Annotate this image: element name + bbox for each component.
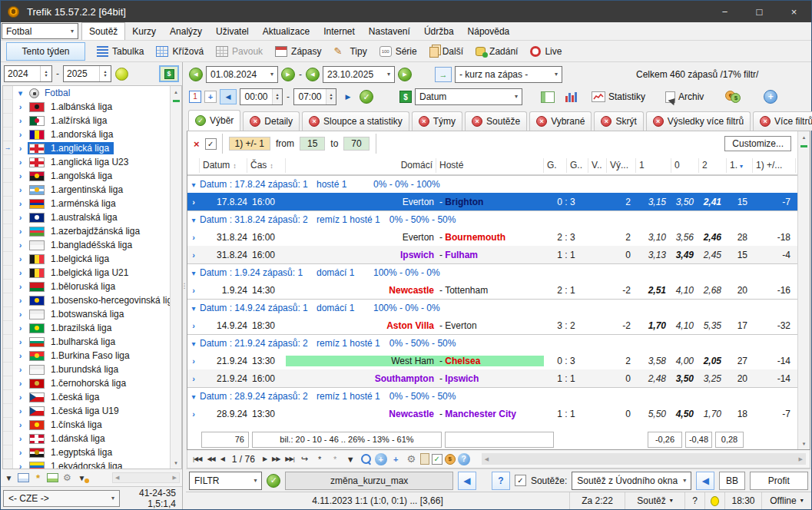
scroll-left-icon[interactable]: ◀ xyxy=(485,456,489,462)
scroll-up-icon[interactable]: ▴ xyxy=(798,131,810,143)
tab-detaily[interactable]: ×Detaily xyxy=(243,111,300,131)
remove-condition-icon[interactable]: × xyxy=(194,138,200,150)
tab-tymy[interactable]: ×Týmy xyxy=(412,111,462,131)
toolbar-tabulka-button[interactable]: Tabulka xyxy=(97,46,144,57)
chevron-right-icon[interactable]: › xyxy=(13,227,28,236)
menu-tab-soutez[interactable]: Soutěž xyxy=(81,22,125,40)
filter-help-button[interactable]: ? xyxy=(492,472,510,490)
this-week-button[interactable]: Tento týden xyxy=(6,42,85,61)
sidebar-item-1-andorska-liga[interactable]: ›1.andorská liga xyxy=(3,128,170,141)
time-end-icon[interactable]: ▶ xyxy=(340,89,356,104)
sidebar-item-1-brazilska-liga[interactable]: ›1.brazilská liga xyxy=(3,321,170,335)
league-item[interactable]: 1.botswanská liga xyxy=(28,308,128,320)
chevron-down-icon[interactable]: ▾ xyxy=(187,392,200,401)
tennis-ball-icon[interactable] xyxy=(115,68,128,81)
betbuilder-button[interactable]: BB xyxy=(719,472,744,490)
sidebar-item-1-bulharska-liga[interactable]: ›1.bulharská liga xyxy=(3,335,170,349)
calendar-day-icon[interactable]: 1 xyxy=(189,91,201,103)
chevron-down-icon[interactable]: ▾ xyxy=(13,88,28,98)
apply-range-icon[interactable]: → xyxy=(435,67,452,82)
nav-first-button[interactable]: |◀◀ xyxy=(191,455,203,462)
sidebar-item-1-australska-liga[interactable]: ›1.australská liga xyxy=(3,210,170,224)
year-to-spinner[interactable]: 2025 ▴▾ xyxy=(63,65,111,82)
archive-icon[interactable] xyxy=(665,91,675,103)
table-hscrollbar[interactable]: ◀ ▶ xyxy=(482,453,806,465)
league-item[interactable]: 1.belgická liga xyxy=(28,253,114,265)
chevron-down-icon[interactable]: ▾ xyxy=(187,269,200,277)
column-header-cas[interactable]: Čas↕ xyxy=(247,158,286,173)
status-question[interactable]: ? xyxy=(685,492,705,509)
table-row[interactable]: ›28.9.2413:30Newcastle- Manchester City1… xyxy=(187,405,797,422)
league-item[interactable]: 1.čínská liga xyxy=(28,419,107,431)
sidebar-item-1-albanska-liga[interactable]: ›1.albánská liga xyxy=(3,100,170,114)
profit-button[interactable]: Profit xyxy=(750,472,808,490)
nav-last-button[interactable]: ▶▶| xyxy=(283,455,295,462)
league-item[interactable]: 1.česká liga U19 xyxy=(28,405,124,417)
star-icon[interactable]: * xyxy=(313,453,326,465)
league-item[interactable]: 1.egyptská liga xyxy=(28,446,117,459)
sidebar-item-1-bangladesska-liga[interactable]: ›1.bangladéšská liga xyxy=(3,238,170,252)
apply-filter-button[interactable]: ✓ xyxy=(267,474,280,488)
chevron-right-icon[interactable]: › xyxy=(13,144,28,153)
spinner-arrows-icon[interactable]: ▴▾ xyxy=(40,66,51,81)
column-header-v[interactable]: V.. xyxy=(588,158,607,173)
column-header-2[interactable]: 2 xyxy=(699,158,727,173)
chevron-right-icon[interactable]: › xyxy=(187,409,200,419)
sidebar-item-1-argentinska-liga[interactable]: ›1.argentinská liga xyxy=(3,183,170,197)
column-header-hoste[interactable]: Hosté xyxy=(436,158,544,173)
tab-vyber[interactable]: ✓Výběr xyxy=(188,110,240,131)
column-header-g[interactable]: G. xyxy=(544,158,567,173)
chevron-right-icon[interactable]: › xyxy=(13,254,28,263)
sidebar-item-1-angolska-liga[interactable]: ›1.angolská liga xyxy=(3,169,170,183)
column-header-1[interactable]: 1) +/... xyxy=(753,158,796,173)
toolbar-zapasy-button[interactable]: Zápasy xyxy=(275,46,321,57)
column-header-vy[interactable]: Vý... xyxy=(607,158,636,173)
league-item[interactable]: 1.ekvádorská liga xyxy=(28,460,127,469)
money-mode-button[interactable]: $ xyxy=(159,65,179,82)
date-from-prev-button[interactable]: ◀ xyxy=(189,68,203,81)
green-panel-icon[interactable] xyxy=(47,473,58,482)
league-item[interactable]: 1.bangladéšská liga xyxy=(28,239,137,251)
condition-field[interactable]: 1) +/- 1 xyxy=(229,137,270,151)
scroll-down-icon[interactable]: ▾ xyxy=(171,457,181,469)
date-from-select[interactable]: 01.08.2024 ▾ xyxy=(206,66,278,83)
statistics-chart-icon[interactable] xyxy=(592,91,605,102)
tab-vybrane[interactable]: ×Vybrané xyxy=(529,111,592,131)
league-item[interactable]: 1.argentinská liga xyxy=(28,184,128,196)
search-icon[interactable] xyxy=(360,453,373,465)
chevron-right-icon[interactable]: › xyxy=(13,268,28,277)
league-item[interactable]: 1.Burkina Faso liga xyxy=(28,349,134,362)
chevron-right-icon[interactable]: › xyxy=(187,197,200,207)
chevron-right-icon[interactable]: › xyxy=(13,420,28,429)
menu-tab-internet[interactable]: Internet xyxy=(317,22,362,40)
sidebar-item-1-belgicka-liga[interactable]: ›1.belgická liga xyxy=(3,252,170,266)
league-item[interactable]: 1.černohorská liga xyxy=(28,377,131,389)
league-item[interactable]: 1.anglická liga U23 xyxy=(28,156,133,168)
menu-tab-aktualizace[interactable]: Aktualizace xyxy=(256,22,317,40)
chevron-down-icon[interactable]: ▾ xyxy=(187,180,200,189)
bar-chart-icon[interactable] xyxy=(565,91,578,102)
league-item[interactable]: 1.angolská liga xyxy=(28,170,117,182)
coins-icon[interactable]: € $ xyxy=(725,91,742,103)
chevron-down-icon[interactable]: ▾ xyxy=(187,304,200,313)
table-row[interactable]: ›21.9.2413:30West Ham- Chelsea0 : 323,58… xyxy=(187,352,797,369)
nav-prev-fast-button[interactable]: ◀◀ xyxy=(205,455,216,462)
league-item[interactable]: 1.bosensko-hercegovinská liga xyxy=(28,294,170,306)
table-row[interactable]: ›31.8.2416:00Ipswich- Fulham1 : 103,133,… xyxy=(187,246,797,263)
spinner-arrows-icon[interactable]: ▴▾ xyxy=(326,89,336,104)
minimize-button[interactable]: − xyxy=(708,1,742,22)
souteze-checkbox[interactable]: ✓ xyxy=(515,475,526,486)
load-soutez-button[interactable]: ◀ xyxy=(696,472,714,490)
group-by-select[interactable]: Datum ▾ xyxy=(415,88,522,105)
league-item[interactable]: 1.australská liga xyxy=(28,211,122,224)
league-item[interactable]: 1.burundská liga xyxy=(28,363,123,376)
maximize-button[interactable]: □ xyxy=(742,1,777,22)
sidebar-item-1-beloruska-liga[interactable]: ›1.běloruská liga xyxy=(3,280,170,293)
fit-view-icon[interactable]: + xyxy=(389,453,403,465)
condition-to-value[interactable]: 70 xyxy=(343,137,369,151)
chevron-right-icon[interactable]: › xyxy=(13,185,28,194)
scroll-right-icon[interactable]: ▶ xyxy=(799,456,803,462)
scroll-right-icon[interactable]: ▶ xyxy=(173,475,177,481)
league-item[interactable]: 1.arménská liga xyxy=(28,197,121,210)
sidebar-scrollbar[interactable]: ▴ ▾ xyxy=(170,86,181,469)
